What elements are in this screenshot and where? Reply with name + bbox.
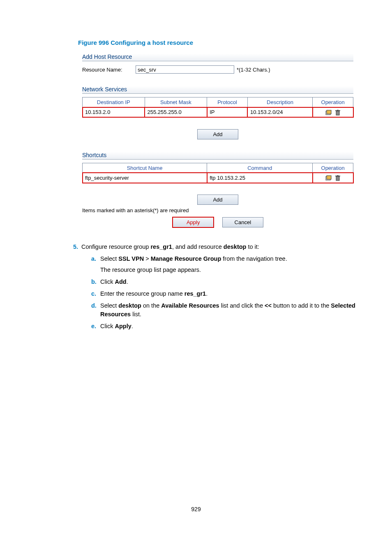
bold: SSL VPN — [118, 255, 144, 262]
network-services-table: Destination IP Subnet Mask Protocol Desc… — [82, 97, 353, 118]
text: . — [127, 278, 128, 285]
required-note: Items marked with an asterisk(*) are req… — [82, 207, 353, 213]
section-shortcuts: Shortcuts — [82, 152, 353, 160]
cell-protocol: IP — [207, 107, 248, 118]
th-shortcut-name: Shortcut Name — [83, 163, 207, 173]
text: from the navigation tree. — [221, 255, 287, 262]
cell-desc: 10.153.2.0/24 — [247, 107, 312, 118]
bold: res_gr1 — [184, 290, 206, 297]
th-description: Description — [247, 97, 312, 107]
text: Configure resource group — [81, 243, 150, 250]
svg-rect-3 — [335, 110, 340, 111]
bold: desktop — [118, 302, 141, 309]
trash-icon[interactable] — [335, 175, 340, 181]
text: list and click the — [219, 302, 265, 309]
substep-d: d. Select desktop on the Available Resou… — [91, 301, 367, 319]
svg-rect-6 — [327, 176, 331, 179]
th-dest-ip: Destination IP — [83, 97, 145, 107]
step-5: 5. Configure resource group res_gr1, and… — [66, 243, 367, 331]
add-button[interactable]: Add — [197, 129, 238, 139]
text: list. — [131, 311, 141, 317]
table-header-row: Destination IP Subnet Mask Protocol Desc… — [83, 97, 353, 107]
cell-operation — [313, 173, 353, 183]
th-command: Command — [207, 163, 313, 173]
text: on the — [141, 302, 161, 309]
text: Select — [100, 255, 118, 262]
svg-rect-9 — [337, 175, 339, 176]
cell-dest-ip: 10.153.2.0 — [83, 107, 145, 118]
svg-rect-4 — [337, 110, 339, 110]
cell-mask: 255.255.255.0 — [145, 107, 207, 118]
svg-rect-7 — [336, 176, 339, 181]
text: Select — [100, 302, 118, 309]
text: > — [144, 255, 151, 262]
resource-name-hint: *(1-32 Chars.) — [237, 67, 270, 73]
apply-button[interactable]: Apply — [172, 217, 214, 228]
table-row: 10.153.2.0 255.255.255.0 IP 10.153.2.0/2… — [83, 107, 353, 118]
section-add-host: Add Host Resource — [82, 53, 353, 61]
bold: Manage Resource Group — [151, 255, 221, 262]
cell-operation — [313, 107, 353, 118]
substep-label: e. — [91, 322, 100, 331]
cancel-button[interactable]: Cancel — [222, 217, 263, 227]
substep-e: e. Click Apply. — [91, 322, 367, 331]
substep-label: b. — [91, 278, 100, 286]
resource-name-row: Resource Name: *(1-32 Chars.) — [82, 65, 353, 74]
table-row: ftp_security-server ftp 10.153.2.25 — [83, 173, 353, 183]
step-body: Configure resource group res_gr1, and ad… — [81, 243, 367, 331]
svg-rect-2 — [336, 111, 339, 115]
text: . — [131, 323, 133, 329]
screenshot-panel: Add Host Resource Resource Name: *(1-32 … — [82, 53, 353, 228]
cell-shortcut-name: ftp_security-server — [83, 173, 207, 183]
text: to it: — [246, 243, 259, 250]
table-header-row: Shortcut Name Command Operation — [83, 163, 353, 173]
bold: Apply — [115, 323, 131, 329]
edit-icon[interactable] — [325, 110, 332, 116]
text: Click — [100, 278, 115, 285]
svg-rect-1 — [327, 110, 331, 114]
bold: Available Resources — [161, 302, 219, 309]
add-button[interactable]: Add — [197, 195, 238, 205]
edit-icon[interactable] — [325, 175, 332, 181]
shortcuts-table: Shortcut Name Command Operation ftp_secu… — [82, 163, 353, 183]
substep-a: a. Select SSL VPN > Manage Resource Grou… — [91, 255, 367, 274]
bold: desktop — [224, 243, 247, 250]
th-operation: Operation — [313, 97, 353, 107]
substep-b: b. Click Add. — [91, 278, 367, 286]
section-network-services: Network Services — [82, 86, 353, 94]
instruction-list: 5. Configure resource group res_gr1, and… — [66, 243, 367, 331]
resource-name-input[interactable] — [136, 65, 234, 74]
resource-name-label: Resource Name: — [82, 67, 136, 73]
trash-icon[interactable] — [335, 110, 340, 116]
substep-label: c. — [91, 290, 100, 298]
substep-label: d. — [91, 301, 100, 319]
text: The resource group list page appears. — [100, 266, 367, 274]
bold: << — [265, 302, 272, 309]
svg-rect-8 — [335, 176, 340, 176]
text: Enter the resource group name — [100, 290, 184, 297]
text: . — [206, 290, 208, 297]
step-number: 5. — [66, 243, 81, 331]
text: , and add resource — [172, 243, 224, 250]
bold: res_gr1 — [150, 243, 172, 250]
substep-c: c. Enter the resource group name res_gr1… — [91, 290, 367, 298]
substep-label: a. — [91, 255, 100, 274]
th-protocol: Protocol — [207, 97, 248, 107]
figure-caption: Figure 996 Configuring a host resource — [78, 39, 367, 46]
text: button to add it to the — [272, 302, 331, 309]
page-number: 929 — [0, 506, 392, 512]
text: Click — [100, 323, 115, 329]
bold: Add — [115, 278, 126, 285]
cell-command: ftp 10.153.2.25 — [207, 173, 313, 183]
th-operation: Operation — [313, 163, 353, 173]
th-subnet: Subnet Mask — [145, 97, 207, 107]
